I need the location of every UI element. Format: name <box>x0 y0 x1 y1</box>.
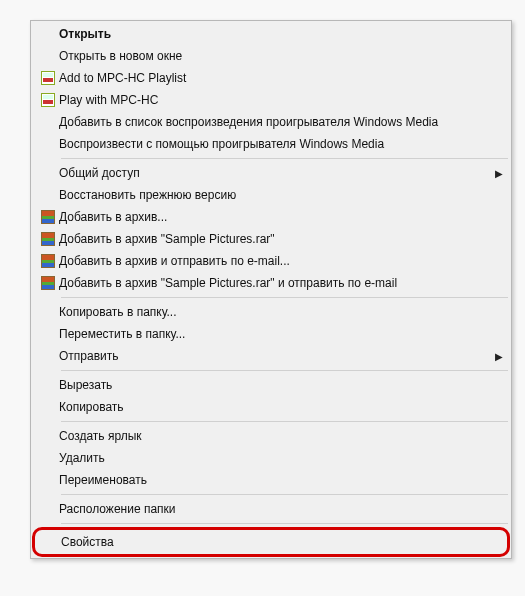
menu-separator <box>61 523 508 524</box>
empty-icon <box>37 187 59 203</box>
menu-label: Общий доступ <box>59 162 493 184</box>
menu-move-to-folder[interactable]: Переместить в папку... <box>33 323 509 345</box>
menu-label: Копировать в папку... <box>59 301 505 323</box>
menu-folder-location[interactable]: Расположение папки <box>33 498 509 520</box>
menu-copy-to-folder[interactable]: Копировать в папку... <box>33 301 509 323</box>
menu-wmp-playlist[interactable]: Добавить в список воспроизведения проигр… <box>33 111 509 133</box>
menu-label: Добавить в архив... <box>59 206 505 228</box>
empty-icon <box>37 428 59 444</box>
winrar-icon <box>37 253 59 269</box>
mpc-icon <box>37 70 59 86</box>
winrar-icon <box>37 231 59 247</box>
submenu-arrow-icon: ▶ <box>493 168 505 179</box>
menu-label: Открыть в новом окне <box>59 45 505 67</box>
empty-icon <box>37 399 59 415</box>
empty-icon <box>39 534 61 550</box>
menu-label: Add to MPC-HC Playlist <box>59 67 505 89</box>
empty-icon <box>37 26 59 42</box>
menu-label: Восстановить прежнюю версию <box>59 184 505 206</box>
menu-label: Отправить <box>59 345 493 367</box>
winrar-icon <box>37 209 59 225</box>
empty-icon <box>37 472 59 488</box>
menu-label: Воспроизвести с помощью проигрывателя Wi… <box>59 133 505 155</box>
empty-icon <box>37 501 59 517</box>
menu-archive-named-email[interactable]: Добавить в архив "Sample Pictures.rar" и… <box>33 272 509 294</box>
menu-label: Расположение папки <box>59 498 505 520</box>
menu-rename[interactable]: Переименовать <box>33 469 509 491</box>
empty-icon <box>37 348 59 364</box>
mpc-icon <box>37 92 59 108</box>
menu-add-mpc-playlist[interactable]: Add to MPC-HC Playlist <box>33 67 509 89</box>
menu-label: Добавить в архив и отправить по e-mail..… <box>59 250 505 272</box>
empty-icon <box>37 136 59 152</box>
empty-icon <box>37 326 59 342</box>
menu-properties[interactable]: Свойства <box>35 531 507 553</box>
menu-separator <box>61 297 508 298</box>
menu-label: Создать ярлык <box>59 425 505 447</box>
menu-archive-email[interactable]: Добавить в архив и отправить по e-mail..… <box>33 250 509 272</box>
menu-separator <box>61 421 508 422</box>
menu-restore-previous[interactable]: Восстановить прежнюю версию <box>33 184 509 206</box>
menu-label: Переименовать <box>59 469 505 491</box>
menu-cut[interactable]: Вырезать <box>33 374 509 396</box>
empty-icon <box>37 304 59 320</box>
menu-wmp-play[interactable]: Воспроизвести с помощью проигрывателя Wi… <box>33 133 509 155</box>
menu-label: Вырезать <box>59 374 505 396</box>
empty-icon <box>37 48 59 64</box>
menu-label: Удалить <box>59 447 505 469</box>
menu-copy[interactable]: Копировать <box>33 396 509 418</box>
menu-label: Добавить в архив "Sample Pictures.rar" <box>59 228 505 250</box>
empty-icon <box>37 114 59 130</box>
menu-label: Свойства <box>61 531 503 553</box>
menu-play-mpc[interactable]: Play with MPC-HC <box>33 89 509 111</box>
highlight-annotation: Свойства <box>32 527 510 557</box>
menu-label: Копировать <box>59 396 505 418</box>
menu-open-new-window[interactable]: Открыть в новом окне <box>33 45 509 67</box>
menu-add-to-archive-named[interactable]: Добавить в архив "Sample Pictures.rar" <box>33 228 509 250</box>
menu-add-to-archive[interactable]: Добавить в архив... <box>33 206 509 228</box>
menu-open[interactable]: Открыть <box>33 23 509 45</box>
empty-icon <box>37 165 59 181</box>
menu-send-to[interactable]: Отправить ▶ <box>33 345 509 367</box>
menu-label: Добавить в архив "Sample Pictures.rar" и… <box>59 272 505 294</box>
menu-label: Переместить в папку... <box>59 323 505 345</box>
empty-icon <box>37 450 59 466</box>
menu-separator <box>61 494 508 495</box>
menu-label: Play with MPC-HC <box>59 89 505 111</box>
menu-separator <box>61 370 508 371</box>
menu-label: Открыть <box>59 23 505 45</box>
empty-icon <box>37 377 59 393</box>
submenu-arrow-icon: ▶ <box>493 351 505 362</box>
winrar-icon <box>37 275 59 291</box>
menu-delete[interactable]: Удалить <box>33 447 509 469</box>
context-menu: Открыть Открыть в новом окне Add to MPC-… <box>30 20 512 559</box>
menu-separator <box>61 158 508 159</box>
menu-create-shortcut[interactable]: Создать ярлык <box>33 425 509 447</box>
menu-share[interactable]: Общий доступ ▶ <box>33 162 509 184</box>
menu-label: Добавить в список воспроизведения проигр… <box>59 111 505 133</box>
